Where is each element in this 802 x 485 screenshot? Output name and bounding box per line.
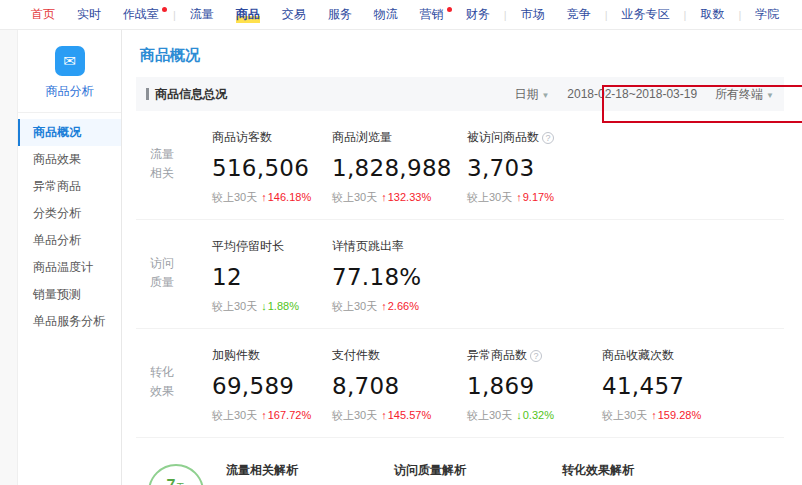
main-content: 商品概况 商品信息总况 日期▼ 2018-02-18~2018-03-19 所有… [122,30,802,485]
metric-bounce-rate: 详情页跳出率 77.18% 较上30天2.66% [332,238,467,314]
metric-row-conversion: 转化 效果 加购件数 69,589 较上30天167.72% 支付件数 8,70… [136,329,784,438]
sidebar-item-goods-thermometer[interactable]: 商品温度计 [18,254,121,281]
group-label-traffic: 流量 相关 [150,129,212,183]
seven-day-badge: 7天 数据解读 [148,464,204,485]
mail-icon: ✉ [55,46,85,76]
sidebar-menu: 商品概况 商品效果 异常商品 分类分析 单品分析 商品温度计 销量预测 单品服务… [18,113,121,335]
sidebar-item-goods-effect[interactable]: 商品效果 [18,146,121,173]
sidebar-item-category-analysis[interactable]: 分类分析 [18,200,121,227]
nav-home[interactable]: 首页 [20,6,66,23]
insight-traffic: 流量相关解析 虽然商品浏览量日均跳出率比同行平均好，但平均停留时间低于同行平均，… [226,460,380,485]
chevron-down-icon: ▼ [766,91,774,100]
sidebar: ✉ 商品分析 商品概况 商品效果 异常商品 分类分析 单品分析 商品温度计 销量… [18,30,122,485]
help-icon[interactable]: ? [530,350,542,362]
terminal-dropdown[interactable]: 所有终端▼ [715,86,774,103]
nav-divider: | [681,9,690,21]
nav-business-zone[interactable]: 业务专区 [611,6,681,23]
chevron-down-icon: ▼ [541,91,549,100]
sidebar-header: ✉ 商品分析 [18,30,121,113]
panel-title: 商品信息总况 [146,86,227,103]
metric-avg-stay: 平均停留时长 12 较上30天1.88% [212,238,332,314]
sidebar-item-single-item-analysis[interactable]: 单品分析 [18,227,121,254]
nav-competition[interactable]: 竞争 [556,6,602,23]
insight-quality: 访问质量解析 商品平均停留时长低于同行平均，详情页跳出率偏高，建议优化商品详情内… [394,460,548,485]
help-icon[interactable]: ? [542,132,554,144]
sidebar-item-sales-forecast[interactable]: 销量预测 [18,281,121,308]
group-label-conversion: 转化 效果 [150,347,212,401]
nav-finance[interactable]: 财务 [455,6,501,23]
nav-war-room[interactable]: 作战室 [112,6,170,23]
insight-conversion: 转化效果解析 加购转化率表现还不错，但支付转化率低于同行平均，赶快到营销商品看看… [562,460,716,485]
metric-visited-goods: 被访问商品数? 3,703 较上30天9.17% [467,129,602,205]
nav-service[interactable]: 服务 [317,6,363,23]
nav-academy[interactable]: 学院 [744,6,790,23]
date-range-picker[interactable]: 2018-02-18~2018-03-19 [567,87,697,101]
panel-header: 商品信息总况 日期▼ 2018-02-18~2018-03-19 所有终端▼ [136,77,784,111]
page-title: 商品概况 [140,46,784,65]
nav-trade[interactable]: 交易 [271,6,317,23]
metric-row-traffic: 流量 相关 商品访客数 516,506 较上30天146.18% 商品浏览量 1… [136,111,784,220]
sidebar-item-abnormal-goods[interactable]: 异常商品 [18,173,121,200]
nav-divider: | [170,9,179,21]
group-label-quality: 访问 质量 [150,238,212,292]
metric-row-quality: 访问 质量 平均停留时长 12 较上30天1.88% 详情页跳出率 77.18%… [136,220,784,329]
filter-bar: 日期▼ 2018-02-18~2018-03-19 所有终端▼ [496,86,774,103]
sidebar-item-goods-overview[interactable]: 商品概况 [18,119,121,146]
metric-visitors: 商品访客数 516,506 较上30天146.18% [212,129,332,205]
nav-realtime[interactable]: 实时 [66,6,112,23]
nav-market[interactable]: 市场 [510,6,556,23]
top-nav: 首页 实时 作战室 | 流量 商品 交易 服务 物流 营销 财务 | 市场 竞争… [0,0,802,30]
new-badge-icon [162,7,167,12]
nav-divider: | [735,9,744,21]
metric-pageviews: 商品浏览量 1,828,988 较上30天132.33% [332,129,467,205]
date-type-dropdown[interactable]: 日期▼ [514,86,549,103]
sidebar-title: 商品分析 [18,83,121,100]
metric-paid-items: 支付件数 8,708 较上30天145.57% [332,347,467,423]
nav-marketing[interactable]: 营销 [409,6,455,23]
left-gutter [0,30,18,485]
insights-section: 7天 数据解读 流量相关解析 虽然商品浏览量日均跳出率比同行平均好，但平均停留时… [136,438,784,485]
new-badge-icon [447,7,452,12]
nav-divider: | [501,9,510,21]
metric-cart-adds: 加购件数 69,589 较上30天167.72% [212,347,332,423]
metric-favorites: 商品收藏次数 41,457 较上30天159.28% [602,347,752,423]
nav-data-fetch[interactable]: 取数 [689,6,735,23]
metric-abnormal-goods: 异常商品数? 1,869 较上30天0.32% [467,347,602,423]
nav-logistics[interactable]: 物流 [363,6,409,23]
nav-divider: | [602,9,611,21]
nav-goods[interactable]: 商品 [225,6,271,23]
sidebar-item-single-item-service[interactable]: 单品服务分析 [18,308,121,335]
nav-traffic[interactable]: 流量 [179,6,225,23]
